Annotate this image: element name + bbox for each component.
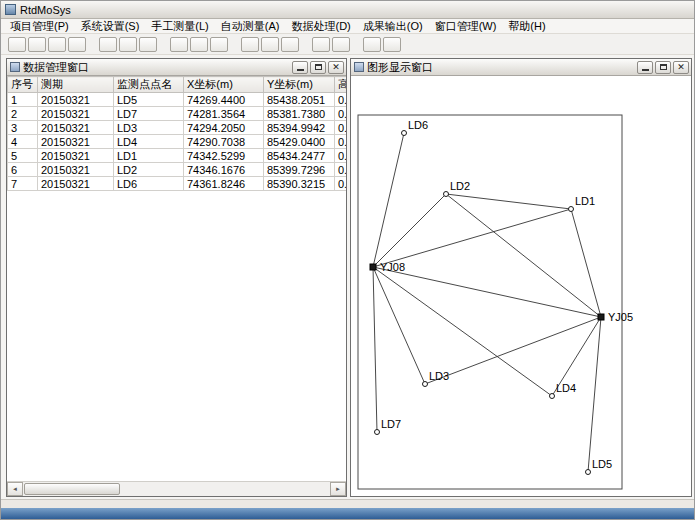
- toolbar-button[interactable]: [170, 37, 188, 52]
- table-header-row: 序号测期监测点点名X坐标(m)Y坐标(m)高: [8, 77, 347, 93]
- observation-line: [446, 194, 601, 317]
- point-label-LD6: LD6: [408, 119, 428, 131]
- menu-item[interactable]: 系统设置(S): [75, 18, 146, 35]
- toolbar-group: [170, 37, 228, 52]
- graph-window-icon: [354, 62, 364, 72]
- menu-item[interactable]: 自动测量(A): [215, 18, 286, 35]
- data-table: 序号测期监测点点名X坐标(m)Y坐标(m)高 120150321LD574269…: [7, 76, 346, 191]
- graph-client: LD6LD2LD1YJ08YJ05LD3LD4LD7LD5: [351, 76, 691, 496]
- column-header[interactable]: 序号: [8, 77, 38, 93]
- menu-bar: 项目管理(P)系统设置(S)手工测量(L)自动测量(A)数据处理(D)成果输出(…: [1, 19, 694, 34]
- table-cell: LD3: [114, 121, 184, 135]
- toolbar-button[interactable]: [281, 37, 299, 52]
- toolbar: [1, 34, 694, 55]
- menu-item[interactable]: 窗口管理(W): [429, 18, 503, 35]
- data-window-titlebar[interactable]: 数据管理窗口 ✕: [7, 59, 346, 76]
- graph-window-titlebar[interactable]: 图形显示窗口 ✕: [351, 59, 691, 76]
- column-header[interactable]: 监测点点名: [114, 77, 184, 93]
- column-header[interactable]: 高: [335, 77, 347, 93]
- toolbar-button[interactable]: [48, 37, 66, 52]
- table-cell: 0.0: [335, 149, 347, 163]
- graph-window-maximize-button[interactable]: [655, 61, 671, 74]
- point-label-LD5: LD5: [592, 458, 612, 470]
- data-window-close-button[interactable]: ✕: [328, 61, 344, 74]
- table-cell: 85434.2477: [264, 149, 335, 163]
- maximize-icon: [660, 64, 667, 70]
- toolbar-button[interactable]: [383, 37, 401, 52]
- point-label-LD3: LD3: [429, 370, 449, 382]
- table-cell: 85429.0400: [264, 135, 335, 149]
- observation-line: [571, 209, 601, 317]
- maximize-icon: [315, 64, 322, 70]
- toolbar-group: [241, 37, 299, 52]
- point-label-YJ08: YJ08: [380, 261, 405, 273]
- toolbar-button[interactable]: [68, 37, 86, 52]
- scroll-right-arrow-icon[interactable]: ►: [330, 482, 346, 496]
- table-row[interactable]: 120150321LD574269.440085438.20510.0: [8, 93, 347, 107]
- table-cell: 20150321: [38, 107, 114, 121]
- table-row[interactable]: 320150321LD374294.205085394.99420.0: [8, 121, 347, 135]
- scroll-left-arrow-icon[interactable]: ◄: [7, 482, 23, 496]
- toolbar-button[interactable]: [190, 37, 208, 52]
- column-header[interactable]: Y坐标(m): [264, 77, 335, 93]
- table-cell: 74361.8246: [184, 177, 264, 191]
- toolbar-button[interactable]: [363, 37, 381, 52]
- table-cell: 85390.3215: [264, 177, 335, 191]
- window-bottom-frame: [1, 508, 694, 519]
- toolbar-button[interactable]: [8, 37, 26, 52]
- point-marker-LD1: [569, 207, 574, 212]
- table-cell: 20150321: [38, 177, 114, 191]
- table-row[interactable]: 720150321LD674361.824685390.32150.0: [8, 177, 347, 191]
- menu-item[interactable]: 手工测量(L): [145, 18, 214, 35]
- table-cell: 1: [8, 93, 38, 107]
- observation-line: [373, 209, 571, 267]
- network-plot: LD6LD2LD1YJ08YJ05LD3LD4LD7LD5: [351, 76, 691, 497]
- point-marker-YJ05: [598, 314, 604, 320]
- graph-window-minimize-button[interactable]: [637, 61, 653, 74]
- column-header[interactable]: 测期: [38, 77, 114, 93]
- menu-item[interactable]: 帮助(H): [502, 18, 551, 35]
- graph-window: 图形显示窗口 ✕ LD6LD2LD1YJ08YJ05LD3LD4LD7LD5: [350, 58, 692, 497]
- toolbar-button[interactable]: [241, 37, 259, 52]
- toolbar-button[interactable]: [119, 37, 137, 52]
- table-cell: 74294.2050: [184, 121, 264, 135]
- column-header[interactable]: X坐标(m): [184, 77, 264, 93]
- toolbar-button[interactable]: [139, 37, 157, 52]
- table-cell: LD7: [114, 107, 184, 121]
- horizontal-scrollbar[interactable]: ◄ ►: [7, 481, 346, 496]
- table-cell: 20150321: [38, 93, 114, 107]
- toolbar-button[interactable]: [261, 37, 279, 52]
- observation-line: [425, 317, 601, 384]
- menu-item[interactable]: 项目管理(P): [4, 18, 75, 35]
- menu-item[interactable]: 成果输出(O): [357, 18, 429, 35]
- toolbar-button[interactable]: [210, 37, 228, 52]
- table-row[interactable]: 620150321LD274346.167685399.72960.0: [8, 163, 347, 177]
- title-bar[interactable]: RtdMoSys: [1, 1, 694, 19]
- toolbar-button[interactable]: [99, 37, 117, 52]
- window-title: RtdMoSys: [20, 4, 71, 16]
- table-cell: 74346.1676: [184, 163, 264, 177]
- table-cell: 85438.2051: [264, 93, 335, 107]
- table-cell: 20150321: [38, 163, 114, 177]
- table-row[interactable]: 220150321LD774281.356485381.73800.0: [8, 107, 347, 121]
- data-window-maximize-button[interactable]: [310, 61, 326, 74]
- toolbar-button[interactable]: [312, 37, 330, 52]
- toolbar-button[interactable]: [332, 37, 350, 52]
- observation-line: [446, 194, 571, 209]
- graph-window-close-button[interactable]: ✕: [673, 61, 689, 74]
- point-marker-LD2: [444, 192, 449, 197]
- observation-line: [373, 267, 377, 432]
- table-cell: 7: [8, 177, 38, 191]
- table-row[interactable]: 420150321LD474290.703885429.04000.0: [8, 135, 347, 149]
- table-cell: 20150321: [38, 149, 114, 163]
- scroll-thumb[interactable]: [24, 483, 120, 495]
- table-row[interactable]: 520150321LD174342.529985434.24770.0: [8, 149, 347, 163]
- menu-item[interactable]: 数据处理(D): [285, 18, 356, 35]
- table-cell: 6: [8, 163, 38, 177]
- toolbar-button[interactable]: [28, 37, 46, 52]
- table-cell: 74269.4400: [184, 93, 264, 107]
- point-marker-LD6: [402, 131, 407, 136]
- close-icon: ✕: [677, 63, 685, 72]
- table-cell: 0.0: [335, 93, 347, 107]
- data-window-minimize-button[interactable]: [292, 61, 308, 74]
